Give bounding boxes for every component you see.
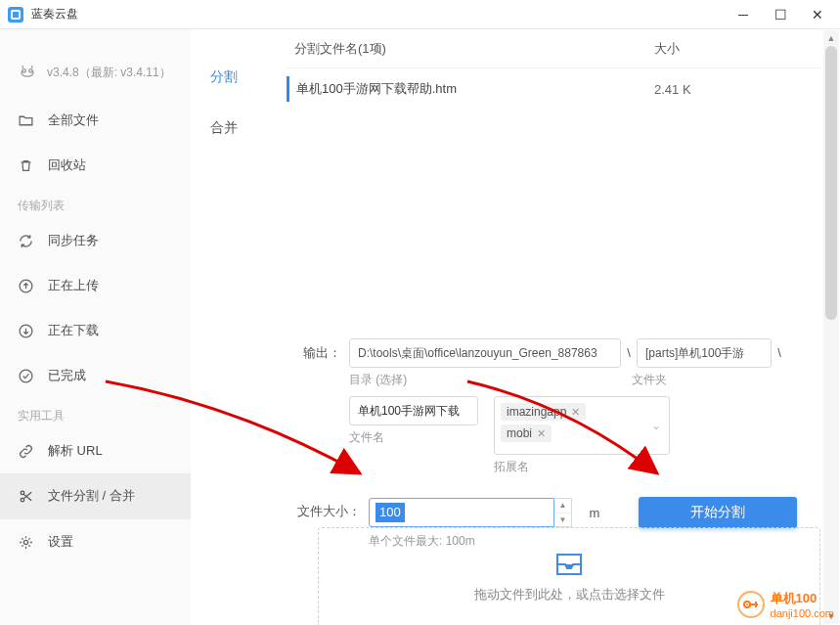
sidebar-item-completed[interactable]: 已完成 [0,353,191,398]
extension-select[interactable]: imazingapp✕ mobi✕ ⌄ [494,396,670,455]
cell-filename: 单机100手游网下载帮助.htm [287,80,654,98]
sidebar: v3.4.8（最新: v3.4.11） 全部文件 回收站 传输列表 同步任务 正… [0,29,191,625]
window-controls: ─ ☐ ✕ [736,8,832,22]
tab-split[interactable]: 分割 [210,68,238,86]
panel: 分割文件名(1项) 大小 单机100手游网下载帮助.htm 2.41 K 输出：… [287,29,820,625]
tabs: 分割 合并 [210,68,238,137]
svg-point-7 [23,540,27,544]
sidebar-section-tool: 实用工具 [0,398,191,428]
svg-point-0 [22,69,25,72]
sync-icon [18,233,34,249]
download-icon [18,323,34,339]
watermark-title: 单机100 [771,590,834,607]
gear-icon [18,534,34,551]
svg-point-6 [21,498,24,502]
path-separator-end: \ [772,338,787,368]
path-separator: \ [621,338,637,368]
main-panel: 分割 合并 分割文件名(1项) 大小 单机100手游网下载帮助.htm 2.41… [191,29,840,625]
sidebar-item-label: 同步任务 [48,232,99,249]
svg-point-5 [21,491,24,495]
sidebar-item-split-merge[interactable]: 文件分割 / 合并 [0,473,191,518]
svg-point-9 [746,603,748,605]
drop-text: 拖动文件到此处，或点击选择文件 [474,586,665,603]
col-size[interactable]: 大小 [654,40,811,58]
scissors-icon [18,488,34,505]
sidebar-item-label: 正在上传 [48,277,99,294]
spin-up-icon[interactable]: ▲ [554,499,571,513]
dir-sublabel: 目录 (选择) [349,372,407,388]
sidebar-item-label: 全部文件 [48,112,99,129]
table-header: 分割文件名(1项) 大小 [287,29,820,68]
minimize-button[interactable]: ─ [736,8,750,22]
sidebar-section-transfer: 传输列表 [0,188,191,218]
upload-icon [18,278,34,294]
svg-point-4 [20,370,32,382]
sidebar-item-recycle[interactable]: 回收站 [0,143,191,188]
sidebar-item-label: 解析 URL [48,442,103,460]
version-row[interactable]: v3.4.8（最新: v3.4.11） [0,57,191,98]
close-button[interactable]: ✕ [811,8,824,22]
cell-size: 2.41 K [654,82,811,97]
output-dir-input[interactable]: D:\tools\桌面\office\lanzouyun_Green_88786… [349,338,621,368]
scroll-up-icon[interactable]: ▲ [823,30,839,46]
size-spinner[interactable]: ▲▼ [554,498,572,527]
scrollbar[interactable]: ▲ ▼ [823,30,839,624]
folder-sublabel: 文件夹 [632,372,667,388]
sidebar-item-label: 回收站 [48,156,86,174]
tag-remove-icon[interactable]: ✕ [537,427,546,440]
sidebar-item-label: 已完成 [48,367,86,384]
sidebar-item-label: 设置 [48,533,73,551]
ext-tag[interactable]: mobi✕ [501,424,552,442]
sidebar-item-parse-url[interactable]: 解析 URL [0,428,191,473]
scrollbar-thumb[interactable] [825,46,837,320]
github-icon [18,63,37,82]
version-text: v3.4.8（最新: v3.4.11） [47,65,171,81]
sidebar-item-all-files[interactable]: 全部文件 [0,98,191,143]
link-icon [18,443,34,460]
watermark-url: danji100.com [771,607,834,619]
folder-icon [18,112,34,129]
trash-icon [18,157,34,174]
col-filename[interactable]: 分割文件名(1项) [287,40,654,58]
sidebar-item-label: 正在下载 [48,322,99,339]
sidebar-item-downloading[interactable]: 正在下载 [0,308,191,353]
size-input[interactable]: 100 [369,498,554,527]
app-icon [8,7,23,22]
sidebar-item-sync[interactable]: 同步任务 [0,218,191,263]
dir-select-link[interactable]: (选择) [376,373,407,386]
spin-down-icon[interactable]: ▼ [554,513,571,527]
watermark-icon [737,591,765,618]
size-value: 100 [376,503,405,522]
chevron-down-icon[interactable]: ⌄ [651,419,661,432]
form: 输出： D:\tools\桌面\office\lanzouyun_Green_8… [292,338,820,550]
check-circle-icon [18,368,34,384]
size-unit: m [580,498,609,527]
table-row[interactable]: 单机100手游网下载帮助.htm 2.41 K [287,68,820,110]
output-folder-input[interactable]: [parts]单机100手游 [637,338,772,368]
filename-sublabel: 文件名 [349,429,478,446]
size-label: 文件大小： [292,497,369,526]
start-split-button[interactable]: 开始分割 [639,497,797,528]
tab-merge[interactable]: 合并 [210,119,238,137]
ext-tag[interactable]: imazingapp✕ [501,403,586,421]
output-label: 输出： [292,338,349,368]
filename-input[interactable]: 单机100手游网下载 [349,396,478,425]
maximize-button[interactable]: ☐ [774,8,787,22]
ext-sublabel: 拓展名 [494,459,670,475]
watermark: 单机100 danji100.com [737,590,834,619]
sidebar-item-settings[interactable]: 设置 [0,519,191,564]
app-title: 蓝奏云盘 [31,6,78,22]
inbox-icon [553,551,585,578]
title-bar: 蓝奏云盘 ─ ☐ ✕ [0,0,840,29]
tag-remove-icon[interactable]: ✕ [571,406,580,419]
sidebar-item-label: 文件分割 / 合并 [48,487,135,505]
sidebar-item-uploading[interactable]: 正在上传 [0,263,191,308]
svg-point-1 [29,69,32,72]
